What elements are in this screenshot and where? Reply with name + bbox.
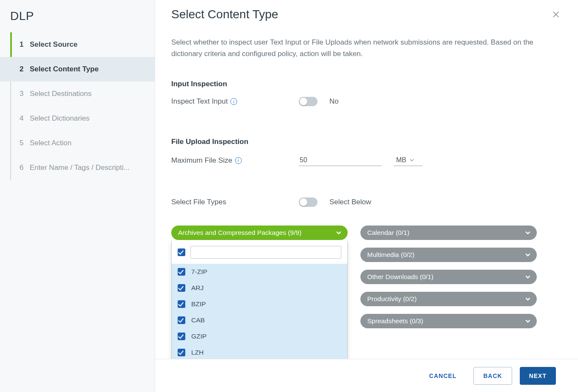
wizard-step-6[interactable]: 6 Enter Name / Tags / Descripti... — [0, 155, 155, 180]
step-label: Select Dictionaries — [30, 114, 90, 123]
inspect-text-input-label: Inspect Text Input i — [171, 97, 299, 106]
main-panel: Select Content Type Select whether to in… — [155, 0, 578, 392]
wizard-step-2[interactable]: 2 Select Content Type — [0, 57, 155, 82]
page-title: Select Content Type — [171, 8, 278, 21]
wizard-title: DLP — [0, 0, 155, 32]
item-label: 7-ZIP — [191, 268, 207, 276]
item-checkbox[interactable] — [178, 333, 185, 340]
step-label: Select Destinations — [30, 90, 92, 98]
back-button[interactable]: Back — [473, 367, 512, 385]
pill-label: Multimedia (0/2) — [367, 251, 414, 259]
filetype-item[interactable]: CAB — [172, 312, 347, 328]
next-button[interactable]: Next — [520, 367, 556, 385]
step-number: 2 — [20, 65, 30, 73]
wizard-footer: Cancel Back Next — [155, 359, 578, 392]
step-label: Select Action — [30, 139, 71, 147]
pill-label: Calendar (0/1) — [367, 229, 409, 237]
filetype-item[interactable]: LZH — [172, 344, 347, 359]
section-file-upload-heading: File Upload Inspection — [171, 138, 562, 146]
step-label: Select Source — [30, 40, 77, 49]
wizard-sidebar: DLP 1 Select Source 2 Select Content Typ… — [0, 0, 155, 392]
filetype-item[interactable]: GZIP — [172, 328, 347, 344]
inspect-text-input-toggle[interactable] — [299, 97, 317, 106]
wizard-steps: 1 Select Source 2 Select Content Type 3 … — [0, 32, 155, 180]
pill-spreadsheets[interactable]: Spreadsheets (0/3) — [360, 314, 537, 328]
inspect-text-input-value: No — [329, 97, 339, 106]
row-select-file-types: Select File Types Select Below — [171, 197, 562, 207]
item-label: LZH — [191, 349, 204, 356]
pill-multimedia[interactable]: Multimedia (0/2) — [360, 248, 537, 262]
max-file-size-unit-select[interactable]: MB — [394, 155, 422, 166]
row-inspect-text-input: Inspect Text Input i No — [171, 97, 562, 106]
pill-archives-dropdown: 7-ZIP ARJ BZIP CAB GZIP LZH — [171, 241, 348, 359]
close-icon — [552, 10, 560, 19]
info-icon[interactable]: i — [230, 98, 237, 105]
step-number: 6 — [20, 164, 30, 172]
wizard-step-3[interactable]: 3 Select Destinations — [0, 82, 155, 106]
info-icon[interactable]: i — [235, 157, 242, 164]
filetype-item[interactable]: BZIP — [172, 296, 347, 312]
pill-label: Productivity (0/2) — [367, 295, 416, 303]
step-label: Select Content Type — [30, 65, 99, 73]
step-number: 3 — [20, 90, 30, 98]
filetype-pill-col-right: Calendar (0/1) Multimedia (0/2) Other Do… — [360, 226, 537, 328]
row-max-file-size: Maximum File Size i MB — [171, 155, 562, 166]
filetype-item[interactable]: ARJ — [172, 280, 347, 296]
item-label: CAB — [191, 316, 205, 324]
item-checkbox[interactable] — [178, 300, 185, 308]
section-input-inspection-heading: Input Inspection — [171, 80, 562, 88]
chevron-down-icon — [336, 230, 342, 236]
main-header: Select Content Type — [155, 0, 578, 21]
chevron-down-icon — [525, 296, 531, 302]
filetype-item[interactable]: 7-ZIP — [172, 264, 347, 280]
step-number: 4 — [20, 114, 30, 123]
select-file-types-toggle[interactable] — [299, 197, 317, 207]
dropdown-list[interactable]: 7-ZIP ARJ BZIP CAB GZIP LZH — [172, 264, 347, 359]
label-text: Inspect Text Input — [171, 97, 228, 106]
dropdown-filter-input[interactable] — [190, 246, 341, 259]
max-file-size-label: Maximum File Size i — [171, 156, 299, 165]
item-checkbox[interactable] — [178, 349, 185, 356]
chevron-down-icon — [525, 318, 531, 324]
item-checkbox[interactable] — [178, 316, 185, 324]
unit-value: MB — [396, 156, 406, 164]
label-text: Maximum File Size — [171, 156, 232, 165]
main-scroll-area[interactable]: Select whether to inspect user Text Inpu… — [155, 28, 578, 359]
wizard-step-4[interactable]: 4 Select Dictionaries — [0, 106, 155, 131]
pill-label: Archives and Compressed Packages (9/9) — [178, 229, 301, 237]
max-file-size-input[interactable] — [299, 155, 382, 166]
item-label: BZIP — [191, 300, 206, 308]
chevron-down-icon — [410, 158, 414, 162]
step-label: Enter Name / Tags / Descripti... — [30, 164, 130, 172]
pill-calendar[interactable]: Calendar (0/1) — [360, 226, 537, 240]
item-checkbox[interactable] — [178, 284, 185, 292]
item-label: ARJ — [191, 284, 204, 292]
select-file-types-value: Select Below — [329, 198, 371, 206]
pill-archives[interactable]: Archives and Compressed Packages (9/9) — [171, 226, 348, 240]
chevron-down-icon — [525, 274, 531, 280]
item-label: GZIP — [191, 333, 207, 340]
pill-productivity[interactable]: Productivity (0/2) — [360, 292, 537, 306]
wizard-step-1[interactable]: 1 Select Source — [0, 32, 155, 57]
cancel-button[interactable]: Cancel — [420, 367, 466, 385]
pill-other-downloads[interactable]: Other Downloads (0/1) — [360, 270, 537, 284]
chevron-down-icon — [525, 252, 531, 258]
filetype-pills-area: Archives and Compressed Packages (9/9) — [171, 226, 562, 328]
page-description: Select whether to inspect user Text Inpu… — [171, 37, 554, 59]
chevron-down-icon — [525, 230, 531, 236]
filetype-pill-col-left: Archives and Compressed Packages (9/9) — [171, 226, 348, 240]
dropdown-header — [172, 241, 347, 264]
item-checkbox[interactable] — [178, 268, 185, 276]
wizard-step-5[interactable]: 5 Select Action — [0, 131, 155, 155]
select-all-checkbox[interactable] — [178, 248, 185, 256]
pill-label: Other Downloads (0/1) — [367, 273, 434, 281]
close-button[interactable] — [550, 8, 562, 20]
pill-label: Spreadsheets (0/3) — [367, 317, 423, 325]
step-number: 5 — [20, 139, 30, 147]
select-file-types-label: Select File Types — [171, 198, 299, 206]
step-number: 1 — [20, 40, 30, 49]
